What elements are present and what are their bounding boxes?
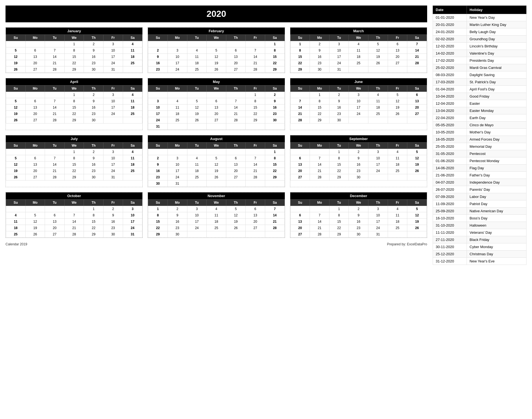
calendar-day: 30: [265, 117, 284, 123]
calendar-day: 15: [64, 162, 84, 168]
calendar-day: 5: [388, 92, 407, 98]
calendar-day: [167, 123, 187, 130]
day-header-su: Su: [290, 35, 310, 41]
calendar-day: 3: [368, 206, 388, 212]
calendar-day: 9: [84, 98, 103, 104]
holiday-date: 24-01-2020: [433, 28, 467, 36]
calendar-day: [388, 174, 407, 181]
calendar-day: 31: [329, 66, 349, 73]
calendar-day: 27: [226, 174, 246, 181]
calendar-day: 21: [310, 225, 329, 231]
calendar-day: 1: [290, 41, 310, 47]
calendar-day: 5: [368, 41, 388, 47]
day-header-th: Th: [226, 143, 246, 149]
calendar-day: 21: [45, 111, 65, 117]
holiday-row: 04-07-2020Independence Day: [433, 179, 526, 186]
calendar-day: 21: [407, 54, 427, 60]
holiday-date: 22-04-2020: [433, 114, 467, 122]
holiday-section: Date Holiday 01-01-2020New Year's Day20-…: [433, 6, 526, 265]
holiday-name: Presidents Day: [467, 57, 526, 64]
calendar-day: 11: [123, 47, 142, 54]
calendar-day: 1: [265, 149, 284, 155]
holiday-name: Mardi Gras Carnival: [467, 64, 526, 71]
day-header-su: Su: [290, 85, 310, 92]
month-title: July: [6, 135, 142, 142]
calendar-day: 8: [329, 212, 349, 219]
calendar-day: 22: [64, 168, 84, 174]
calendar-day: 5: [187, 98, 207, 104]
calendar-day: [207, 41, 226, 47]
calendar-day: 19: [187, 111, 207, 117]
holiday-date: 31-12-2020: [433, 258, 467, 265]
month-table: SuMoTuWeThFrSa12345678910111213141516171…: [148, 34, 284, 73]
calendar-day: [123, 174, 142, 181]
calendar-day: 28: [310, 231, 329, 238]
calendar-day: [187, 123, 207, 130]
calendar-day: 26: [187, 117, 207, 123]
calendar-day: [407, 117, 427, 123]
calendar-day: 3: [103, 149, 123, 155]
calendar-day: 1: [64, 149, 84, 155]
calendar-day: 17: [167, 60, 187, 66]
day-header-tu: Tu: [329, 143, 349, 149]
calendar-day: 14: [265, 212, 284, 219]
holiday-row: 20-01-2020Martin Luther King Day: [433, 21, 526, 28]
calendar-day: 19: [25, 225, 45, 231]
calendar-day: 5: [25, 212, 45, 219]
calendar-day: [246, 41, 265, 47]
holiday-name: Flag Day: [467, 165, 526, 172]
holiday-name: Armed Forces Day: [467, 136, 526, 143]
calendar-day: 11: [167, 104, 187, 111]
calendar-day: 14: [310, 162, 329, 168]
calendar-day: 19: [207, 60, 226, 66]
calendar-day: 23: [329, 111, 349, 117]
day-header-sa: Sa: [407, 85, 427, 92]
holiday-date: 26-07-2020: [433, 186, 467, 193]
calendar-day: 27: [246, 225, 265, 231]
month-block-july: JulySuMoTuWeThFrSa1234567891011121314151…: [6, 135, 143, 187]
month-block-december: DecemberSuMoTuWeThFrSa123456789101112131…: [290, 192, 427, 238]
month-table: SuMoTuWeThFrSa12345678910111213141516171…: [290, 199, 427, 238]
day-header-sa: Sa: [407, 35, 427, 41]
day-header-fr: Fr: [388, 35, 407, 41]
calendar-day: 21: [310, 168, 329, 174]
day-header-fr: Fr: [246, 35, 265, 41]
calendar-day: 23: [84, 111, 103, 117]
calendar-day: 10: [103, 47, 123, 54]
calendar-day: 2: [148, 155, 168, 162]
calendar-day: 25: [123, 60, 142, 66]
holiday-name: New Year's Day: [467, 14, 526, 21]
holiday-row: 25-05-2020Memorial Day: [433, 143, 526, 150]
day-header-su: Su: [148, 85, 168, 92]
calendar-day: 6: [226, 47, 246, 54]
calendar-day: [167, 92, 187, 98]
calendar-day: 5: [207, 155, 226, 162]
calendar-day: 10: [368, 155, 388, 162]
holiday-date: 17-02-2020: [433, 57, 467, 64]
month-block-november: NovemberSuMoTuWeThFrSa123456789101112131…: [148, 192, 285, 238]
calendar-day: 13: [388, 47, 407, 54]
calendar-day: [265, 181, 284, 187]
calendar-day: 2: [329, 92, 349, 98]
calendar-day: 31: [103, 66, 123, 73]
calendar-day: 30: [167, 231, 187, 238]
calendar-day: 2: [349, 206, 368, 212]
calendar-day: 10: [187, 212, 207, 219]
holiday-row: 02-02-2020Groundhog Day: [433, 36, 526, 43]
calendar-day: [207, 92, 226, 98]
calendar-day: 22: [64, 111, 84, 117]
calendar-day: 30: [148, 181, 168, 187]
calendar-day: 11: [368, 98, 388, 104]
calendar-day: 23: [349, 168, 368, 174]
calendar-day: 12: [388, 98, 407, 104]
calendar-day: 24: [103, 111, 123, 117]
calendar-day: 22: [310, 111, 329, 117]
day-header-we: We: [349, 143, 368, 149]
calendar-day: 27: [25, 66, 45, 73]
holiday-name: April Fool's Day: [467, 86, 526, 93]
calendar-day: [45, 92, 65, 98]
holiday-date: 17-03-2020: [433, 79, 467, 86]
calendar-day: 5: [207, 47, 226, 54]
calendar-day: 19: [407, 162, 427, 168]
calendar-day: [64, 206, 84, 212]
